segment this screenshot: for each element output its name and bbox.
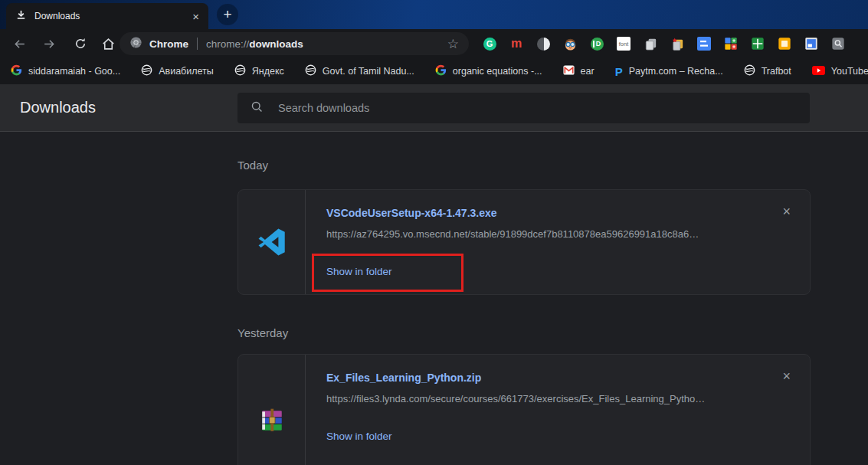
search-icon xyxy=(251,100,264,116)
globe-icon xyxy=(305,64,316,79)
search-input[interactable] xyxy=(277,101,767,115)
bookmark-youtube[interactable]: YouTube xyxy=(812,64,868,78)
navigation-toolbar: Chrome chrome:// downloads ☆ G m D fo xyxy=(0,29,868,58)
blue-form-icon[interactable] xyxy=(696,36,712,51)
bookmark-aviabilety[interactable]: Авиабилеты xyxy=(141,64,214,79)
bookmark-yandex[interactable]: Яндекс xyxy=(234,64,284,79)
download-details: Ex_Files_Learning_Python.zip https://fil… xyxy=(306,355,810,465)
downloads-search-box[interactable] xyxy=(237,93,810,123)
download-card-python-zip: Ex_Files_Learning_Python.zip https://fil… xyxy=(237,354,811,465)
bookmark-siddaramaiah[interactable]: siddaramaiah - Goo... xyxy=(11,64,120,79)
whatfont-icon[interactable]: font xyxy=(616,36,631,51)
bookmark-ear[interactable]: ear xyxy=(563,64,594,79)
bookmark-organic-equations[interactable]: organic equations -... xyxy=(435,64,542,79)
tab-title: Downloads xyxy=(34,11,192,21)
browser-window: Downloads × + Chrome chrome:// downloads… xyxy=(0,0,868,465)
url-scheme: chrome:// xyxy=(206,38,249,50)
globe-icon xyxy=(234,64,246,79)
avatar-face-icon[interactable] xyxy=(562,36,578,51)
home-icon[interactable] xyxy=(99,34,117,53)
yellow-frame-icon[interactable] xyxy=(777,36,792,51)
remove-download-icon[interactable]: × xyxy=(782,369,791,383)
globe-icon xyxy=(141,64,152,79)
tab-strip: Downloads × + xyxy=(0,0,868,29)
vscode-icon xyxy=(238,190,306,294)
dark-reader-icon[interactable] xyxy=(536,36,551,51)
winrar-icon xyxy=(238,355,306,465)
download-tray-icon xyxy=(15,9,27,24)
reload-icon[interactable] xyxy=(71,34,90,53)
remove-download-icon[interactable]: × xyxy=(782,205,791,218)
browser-tab-downloads[interactable]: Downloads × xyxy=(6,3,208,29)
url-path: downloads xyxy=(249,38,303,50)
chrome-logo-icon xyxy=(129,36,142,52)
green-sheets-icon[interactable] xyxy=(750,36,765,51)
bookmark-paytm[interactable]: P Paytm.com – Recha... xyxy=(615,66,723,77)
google-icon xyxy=(11,64,22,79)
section-label-today: Today xyxy=(237,159,268,172)
page-title: Downloads xyxy=(20,84,96,130)
download-source-url: https://az764295.vo.msecnd.net/stable/91… xyxy=(326,228,771,240)
address-bar[interactable]: Chrome chrome:// downloads ☆ xyxy=(120,32,469,55)
gmail-icon xyxy=(563,64,575,79)
omnibox-divider xyxy=(197,38,198,50)
blue-window-icon[interactable] xyxy=(804,36,819,51)
new-tab-button[interactable]: + xyxy=(217,4,238,25)
color-grid-icon[interactable] xyxy=(723,36,739,51)
grammarly-icon[interactable]: G xyxy=(482,36,497,51)
paytm-icon: P xyxy=(615,66,623,77)
bookmark-govt-tamil-nadu[interactable]: Govt. of Tamil Nadu... xyxy=(305,64,414,79)
bookmarks-bar: siddaramaiah - Goo... Авиабилеты Яндекс … xyxy=(0,58,868,84)
back-icon[interactable] xyxy=(10,34,28,53)
gray-magnifier-icon[interactable] xyxy=(830,36,846,51)
google-icon xyxy=(435,64,447,79)
starred-copies-icon[interactable] xyxy=(670,36,685,51)
globe-icon xyxy=(744,64,755,79)
red-m-icon[interactable]: m xyxy=(509,36,524,51)
show-in-folder-link[interactable]: Show in folder xyxy=(326,431,392,442)
red-annotation-box xyxy=(312,254,463,292)
tab-close-icon[interactable]: × xyxy=(192,11,199,22)
extensions-row: G m D font xyxy=(482,29,846,58)
gray-copies-icon[interactable] xyxy=(643,36,658,51)
downloads-header: Downloads xyxy=(0,84,868,132)
download-filename-link[interactable]: VSCodeUserSetup-x64-1.47.3.exe xyxy=(326,207,497,219)
download-filename-link[interactable]: Ex_Files_Learning_Python.zip xyxy=(326,372,481,384)
bookmark-trafbot[interactable]: Trafbot xyxy=(744,64,791,79)
forward-icon[interactable] xyxy=(40,34,58,53)
site-name: Chrome xyxy=(149,38,188,50)
download-source-url: https://files3.lynda.com/secure/courses/… xyxy=(326,393,771,404)
green-id-icon[interactable]: D xyxy=(589,36,604,51)
youtube-icon xyxy=(812,64,825,78)
bookmark-star-icon[interactable]: ☆ xyxy=(447,38,459,51)
section-label-yesterday: Yesterday xyxy=(237,326,288,339)
